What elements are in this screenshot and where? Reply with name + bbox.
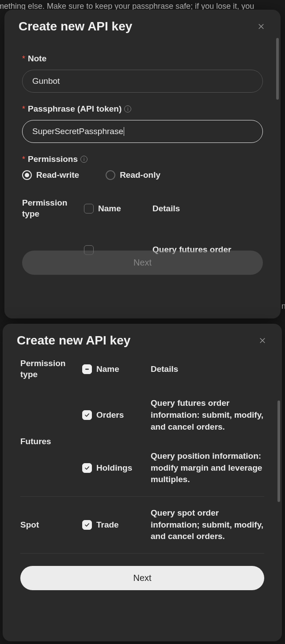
radio-icon [22,170,32,180]
row-checkbox[interactable] [82,410,92,420]
passphrase-value: SuperSecretPassphrase [32,127,123,136]
passphrase-label: Passphrase (API token) [28,104,122,114]
note-input[interactable] [22,70,263,93]
close-icon [258,337,266,344]
required-star: * [22,54,25,64]
check-icon [84,412,90,418]
row-checkbox[interactable] [82,463,92,473]
create-api-key-modal: Create new API key * Note * Passphrase (… [4,10,281,318]
next-button[interactable]: Next [20,566,264,590]
row-name: Trade [96,520,119,530]
check-icon [84,465,90,471]
permissions-group-futures: Futures Orders Query futures order infor… [20,387,264,497]
radio-icon [106,170,115,180]
permissions-field: * Permissions i Read-write Read-only [22,154,263,180]
permissions-table-header: Permission type Name Details [20,354,264,387]
select-all-checkbox[interactable] [82,364,92,374]
permissions-radio-read-only[interactable]: Read-only [106,170,160,180]
permissions-radio-read-write[interactable]: Read-write [22,170,79,180]
modal-footer: Next [4,251,281,287]
modal-footer: Next [3,558,282,603]
passphrase-input[interactable]: SuperSecretPassphrase [22,120,263,143]
modal-body: Permission type Name Details Futures Ord… [3,352,282,558]
close-button[interactable] [255,333,270,348]
modal-header: Create new API key [4,10,281,38]
select-all-checkbox[interactable] [84,204,94,213]
col-details: Details [152,204,263,213]
check-icon [84,522,90,528]
col-permission-type: Permission type [20,358,82,380]
col-details: Details [151,364,264,374]
row-details: Query futures order information: submit,… [151,397,264,433]
modal-header: Create new API key [3,324,282,352]
scrollbar-thumb[interactable] [277,401,280,502]
scrollbar-thumb[interactable] [276,38,279,100]
create-api-key-modal: Create new API key Permission type Name … [3,324,282,641]
close-button[interactable] [254,19,268,34]
permissions-group-spot: Spot Trade Query spot order information;… [20,497,264,554]
info-icon[interactable]: i [80,156,87,163]
note-field: * Note [22,54,263,93]
row-checkbox[interactable] [82,520,92,530]
radio-label: Read-write [36,170,79,180]
col-name: Name [96,364,119,374]
modal-body: * Note * Passphrase (API token) i SuperS… [4,38,281,268]
required-star: * [22,105,25,114]
background-text-line: n [281,300,285,313]
row-details: Query spot order information; submit, mo… [151,507,264,543]
col-permission-type: Permission type [22,198,84,219]
row-name: Holdings [96,463,132,473]
svg-rect-0 [85,369,89,370]
text-caret [124,127,124,136]
group-type-label: Spot [20,520,82,530]
info-icon[interactable]: i [124,105,131,112]
required-star: * [22,155,25,164]
passphrase-field: * Passphrase (API token) i SuperSecretPa… [22,104,263,143]
permissions-table-header: Permission type Name Details [22,193,263,226]
close-icon [257,22,265,30]
permissions-label: Permissions [28,154,78,164]
radio-label: Read-only [120,170,160,180]
modal-title: Create new API key [17,333,130,348]
note-label: Note [28,54,46,64]
modal-title: Create new API key [19,19,132,34]
row-details: Query position information: modify margi… [151,450,264,486]
row-name: Orders [96,410,124,420]
next-button[interactable]: Next [22,251,263,275]
col-name: Name [98,204,121,213]
indeterminate-icon [84,366,90,372]
group-type-label: Futures [20,437,82,446]
